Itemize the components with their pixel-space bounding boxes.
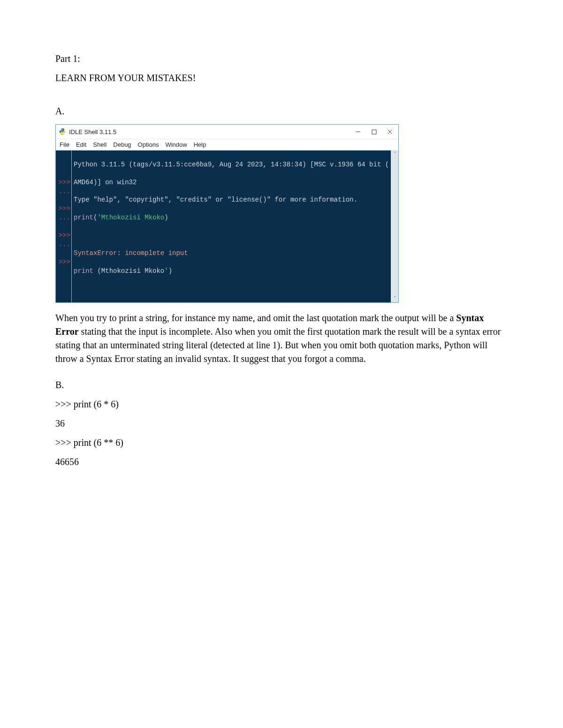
python-icon: [59, 128, 66, 135]
scroll-up-icon[interactable]: ˄: [391, 150, 398, 158]
window-controls: [354, 128, 396, 135]
spacer: [55, 91, 508, 105]
section-a-label: A.: [55, 105, 508, 118]
banner-line: AMD64)] on win32: [74, 179, 137, 186]
svg-point-1: [63, 134, 64, 135]
token-string: 'Mthokozisi Mkoko: [97, 214, 164, 221]
page-title: LEARN FROM YOUR MISTAKES!: [55, 72, 508, 84]
menubar: File Edit Shell Debug Options Window Hel…: [56, 139, 398, 150]
menu-help[interactable]: Help: [194, 141, 206, 148]
token-paren: (: [97, 267, 101, 275]
document-page: Part 1: LEARN FROM YOUR MISTAKES! A. IDL…: [0, 0, 563, 728]
code-line: >>> print (6 ** 6): [55, 436, 508, 449]
console[interactable]: >>> ... >>> ... >>> ... >>> Python 3.11.…: [56, 150, 398, 302]
code-line: >>> print (6 * 6): [55, 398, 508, 411]
output-line: 36: [55, 417, 508, 430]
token-fn: print: [74, 267, 93, 275]
close-button[interactable]: [386, 128, 394, 135]
menu-debug[interactable]: Debug: [113, 141, 131, 148]
window-title: IDLE Shell 3.11.5: [69, 128, 116, 135]
console-body[interactable]: Python 3.11.5 (tags/v3.11.5:cce6ba9, Aug…: [72, 150, 398, 302]
section-b-label: B.: [55, 379, 508, 391]
menu-window[interactable]: Window: [165, 141, 187, 148]
scrollbar[interactable]: ˄ ˅: [391, 150, 398, 302]
continuation: ...: [56, 213, 71, 222]
token-string: ': [164, 267, 168, 275]
scroll-down-icon[interactable]: ˅: [391, 295, 398, 302]
title-text: IDLE Shell 3.11.5: [59, 128, 354, 135]
explanation-paragraph: When you try to print a string, for inst…: [55, 311, 508, 366]
menu-shell[interactable]: Shell: [93, 141, 107, 148]
continuation: ...: [56, 187, 71, 196]
token-paren: ): [164, 214, 168, 221]
titlebar: IDLE Shell 3.11.5: [56, 125, 398, 139]
minimize-button[interactable]: [354, 128, 362, 135]
prompt: >>>: [56, 258, 71, 267]
output-line: 46656: [55, 456, 508, 468]
banner-line: Type "help", "copyright", "credits" or "…: [74, 196, 358, 203]
explanation-text: When you try to print a string, for inst…: [55, 313, 456, 323]
token-plain: Mthokozisi Mkoko: [101, 267, 164, 275]
prompt: >>>: [56, 231, 71, 240]
menu-edit[interactable]: Edit: [76, 141, 86, 148]
menu-file[interactable]: File: [60, 141, 69, 148]
error-line: SyntaxError: incomplete input: [74, 249, 188, 257]
explanation-text: stating that the input is incomplete. Al…: [55, 326, 501, 364]
svg-rect-3: [372, 130, 376, 134]
token-fn: print: [74, 214, 93, 221]
menu-options[interactable]: Options: [138, 141, 159, 148]
idle-window: IDLE Shell 3.11.5 File Edit Shell Debug …: [55, 124, 399, 303]
prompt: >>>: [56, 204, 71, 213]
continuation: ...: [56, 240, 71, 249]
banner-line: Python 3.11.5 (tags/v3.11.5:cce6ba9, Aug…: [74, 161, 389, 168]
token-paren: ): [168, 267, 172, 275]
maximize-button[interactable]: [370, 128, 378, 135]
gutter: >>> ... >>> ... >>> ... >>>: [56, 150, 72, 302]
prompt: >>>: [56, 178, 71, 187]
part-label: Part 1:: [55, 53, 508, 65]
svg-point-0: [61, 129, 61, 129]
